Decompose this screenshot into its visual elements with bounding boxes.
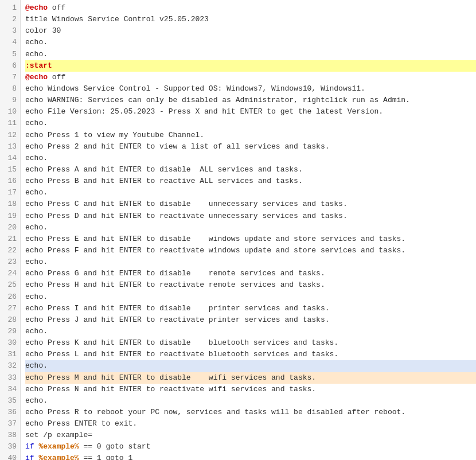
line-number: 15 (2, 164, 17, 176)
line-number: 5 (2, 49, 17, 60)
code-token: echo Press B and hit ENTER to reactive A… (25, 176, 303, 187)
code-line: echo Press ENTER to exit. (25, 418, 476, 430)
code-token: echo Press E and hit ENTER to disable wi… (25, 233, 405, 245)
code-token: echo. (25, 187, 48, 198)
line-number: 10 (2, 106, 17, 118)
code-token: off (48, 2, 65, 14)
code-line: color 30 (25, 25, 476, 37)
code-line: echo WARNING: Services can only be disab… (25, 95, 476, 106)
code-token: echo Press L and hit ENTER to reactivate… (25, 349, 338, 360)
line-number: 13 (2, 141, 17, 153)
line-number: 8 (2, 83, 17, 95)
line-number: 40 (2, 453, 17, 460)
code-token: echo. (25, 291, 48, 303)
code-token: :start (25, 60, 52, 72)
code-token: if (25, 441, 34, 453)
code-line: echo Press D and hit ENTER to reactivate… (25, 210, 476, 222)
line-number: 16 (2, 176, 17, 187)
code-line: echo. (25, 395, 476, 407)
code-line: echo Press A and hit ENTER to disable AL… (25, 164, 476, 176)
code-token: echo Press J and hit ENTER to reactivate… (25, 314, 330, 326)
code-token: @echo (25, 2, 48, 14)
code-line: echo Press F and hit ENTER to reactivate… (25, 245, 476, 256)
code-token: echo. (25, 222, 48, 233)
line-number: 11 (2, 118, 17, 129)
line-number: 30 (2, 337, 17, 349)
code-line: echo File Version: 25.05.2023 - Press X … (25, 106, 476, 118)
code-line: echo Press R to reboot your PC now, serv… (25, 407, 476, 418)
code-token: echo Press I and hit ENTER to disable pr… (25, 303, 330, 314)
code-token: echo Press A and hit ENTER to disable AL… (25, 164, 303, 176)
code-line: echo Press K and hit ENTER to disable bl… (25, 337, 476, 349)
code-line: echo. (25, 360, 476, 372)
line-number: 7 (2, 72, 17, 83)
line-number: 26 (2, 291, 17, 303)
line-number: 19 (2, 210, 17, 222)
code-line: if %example% == 1 goto 1 (25, 453, 476, 460)
code-line: echo Press H and hit ENTER to reactivate… (25, 279, 476, 291)
code-token: == 0 goto start (79, 441, 151, 453)
line-number: 35 (2, 395, 17, 407)
code-line: echo Windows Service Control - Supported… (25, 83, 476, 95)
code-token: %example% (38, 441, 79, 453)
line-number: 36 (2, 407, 17, 418)
line-number: 24 (2, 268, 17, 279)
code-token: echo. (25, 118, 48, 129)
line-number: 3 (2, 25, 17, 37)
code-token: title Windows Service Control v25.05.202… (25, 14, 209, 25)
code-token (34, 441, 39, 453)
code-token: color 30 (25, 25, 61, 37)
code-line: echo. (25, 153, 476, 164)
code-line: if %example% == 0 goto start (25, 441, 476, 453)
line-number: 4 (2, 37, 17, 48)
code-token: echo Press G and hit ENTER to disable re… (25, 268, 325, 279)
code-area: @echo offtitle Windows Service Control v… (21, 0, 476, 460)
code-editor: 1234567891011121314151617181920212223242… (0, 0, 476, 460)
line-number: 28 (2, 314, 17, 326)
code-token: echo Press ENTER to exit. (25, 418, 137, 430)
code-token: echo. (25, 256, 48, 268)
line-numbers: 1234567891011121314151617181920212223242… (0, 0, 21, 460)
code-line: :start (25, 60, 476, 72)
code-token: echo Press R to reboot your PC now, serv… (25, 407, 405, 418)
line-number: 33 (2, 372, 17, 384)
code-line: echo. (25, 37, 476, 48)
code-token: echo WARNING: Services can only be disab… (25, 95, 410, 106)
line-number: 34 (2, 384, 17, 395)
line-number: 29 (2, 326, 17, 337)
code-token (34, 453, 39, 460)
code-token: echo. (25, 360, 48, 372)
line-number: 20 (2, 222, 17, 233)
code-line: echo Press J and hit ENTER to reactivate… (25, 314, 476, 326)
code-line: @echo off (25, 72, 476, 83)
code-line: echo Press C and hit ENTER to disable un… (25, 198, 476, 210)
code-line: echo Press M and hit ENTER to disable wi… (25, 372, 476, 384)
code-token: == 1 goto 1 (79, 453, 133, 460)
code-token: echo Press M and hit ENTER to disable wi… (25, 372, 316, 384)
line-number: 32 (2, 360, 17, 372)
line-number: 22 (2, 245, 17, 256)
code-token: off (48, 72, 65, 83)
line-number: 14 (2, 153, 17, 164)
line-number: 2 (2, 14, 17, 25)
code-line: echo. (25, 187, 476, 198)
line-number: 6 (2, 60, 17, 72)
line-number: 23 (2, 256, 17, 268)
code-token: echo. (25, 153, 48, 164)
code-token: @echo (25, 72, 48, 83)
line-number: 27 (2, 303, 17, 314)
code-line: echo Press G and hit ENTER to disable re… (25, 268, 476, 279)
code-token: echo Press 2 and hit ENTER to view a lis… (25, 141, 330, 153)
code-line: @echo off (25, 2, 476, 14)
code-token: echo Windows Service Control - Supported… (25, 83, 365, 95)
code-token: echo File Version: 25.05.2023 - Press X … (25, 106, 383, 118)
code-line: title Windows Service Control v25.05.202… (25, 14, 476, 25)
line-number: 39 (2, 441, 17, 453)
code-token: echo Press C and hit ENTER to disable un… (25, 198, 348, 210)
code-token: echo. (25, 395, 48, 407)
line-number: 9 (2, 95, 17, 106)
code-line: echo Press N and hit ENTER to reactivate… (25, 384, 476, 395)
code-token: echo. (25, 326, 48, 337)
code-line: echo. (25, 222, 476, 233)
code-line: echo. (25, 49, 476, 60)
